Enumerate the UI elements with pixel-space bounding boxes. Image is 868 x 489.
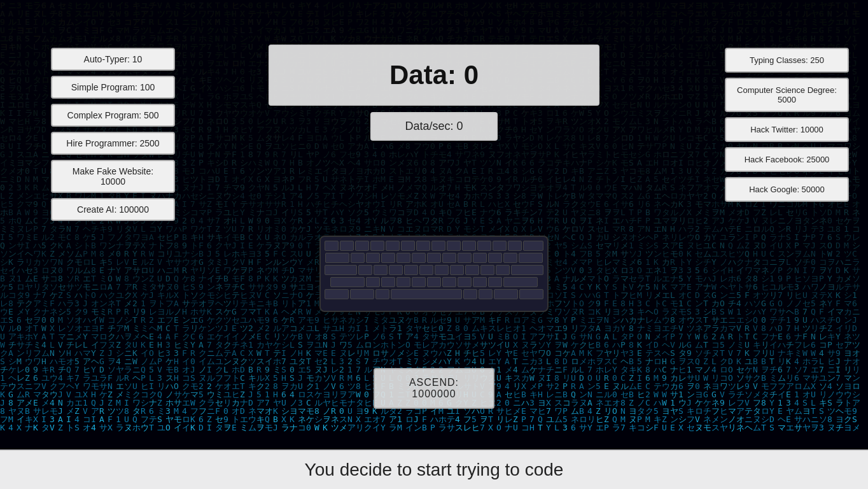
key: [412, 253, 426, 263]
key: [325, 289, 349, 299]
key: [458, 277, 472, 287]
key: [463, 289, 477, 299]
bottom-message-text: You decide to start trying to code: [305, 460, 564, 479]
key: [519, 253, 543, 263]
key: [458, 253, 472, 263]
data-sec-display: Data/sec: 0: [370, 112, 498, 141]
ascend-button[interactable]: ASCEND: 1000000: [374, 368, 494, 409]
key: [351, 253, 365, 263]
key: [427, 277, 441, 287]
hack-twitter-button[interactable]: Hack Twitter: 10000: [725, 117, 849, 142]
left-panel: Auto-Typer: 10 Simple Program: 100 Compl…: [51, 48, 175, 221]
key: [435, 265, 449, 275]
key: [404, 265, 418, 275]
key: [370, 241, 384, 251]
key: [519, 289, 543, 299]
key: [427, 253, 441, 263]
key: [465, 265, 479, 275]
key: [401, 241, 415, 251]
key: [503, 277, 538, 287]
key: [340, 241, 354, 251]
key: [325, 241, 339, 251]
key: [473, 277, 487, 287]
key: [511, 265, 543, 275]
key: [355, 241, 369, 251]
key: [375, 289, 389, 299]
key: [523, 241, 543, 251]
hack-facebook-button[interactable]: Hack Facebook: 25000: [725, 147, 849, 172]
key: [496, 265, 510, 275]
key: [508, 241, 522, 251]
keyboard-image: [319, 236, 549, 312]
create-ai-button[interactable]: Create AI: 100000: [51, 198, 175, 221]
key: [416, 241, 430, 251]
key: [479, 289, 493, 299]
key: [358, 265, 372, 275]
hack-google-button[interactable]: Hack Google: 50000: [725, 177, 849, 202]
key: [488, 277, 502, 287]
spacebar-key: [391, 289, 462, 299]
right-panel: Typing Classes: 250 Computer Science Deg…: [725, 48, 849, 202]
key: [325, 265, 357, 275]
make-fake-website-button[interactable]: Make Fake Website: 10000: [51, 160, 175, 193]
data-display: Data: 0: [269, 45, 599, 106]
key: [480, 265, 494, 275]
typing-classes-button[interactable]: Typing Classes: 250: [725, 48, 849, 73]
complex-program-button[interactable]: Complex Program: 500: [51, 104, 175, 127]
key: [477, 241, 491, 251]
key: [412, 277, 426, 287]
key: [366, 277, 380, 287]
auto-typer-button[interactable]: Auto-Typer: 10: [51, 48, 175, 71]
key: [381, 277, 395, 287]
key: [389, 265, 403, 275]
key: [386, 241, 400, 251]
key: [494, 289, 518, 299]
key: [350, 289, 374, 299]
simple-program-button[interactable]: Simple Program: 100: [51, 76, 175, 99]
key: [442, 277, 456, 287]
keyboard: [319, 236, 549, 312]
hire-programmer-button[interactable]: Hire Programmer: 2500: [51, 132, 175, 155]
key: [396, 277, 410, 287]
key: [325, 253, 349, 263]
key: [473, 253, 487, 263]
key: [330, 277, 365, 287]
center-panel: Data: 0 Data/sec: 0: [269, 45, 599, 141]
key: [462, 241, 476, 251]
key: [374, 265, 388, 275]
bottom-message-bar: You decide to start trying to code: [0, 450, 868, 489]
key: [419, 265, 433, 275]
key: [488, 253, 502, 263]
key: [493, 241, 507, 251]
key: [503, 253, 517, 263]
key: [431, 241, 445, 251]
cs-degree-button[interactable]: Computer Science Degree: 5000: [725, 78, 849, 112]
key: [366, 253, 380, 263]
key: [442, 253, 456, 263]
key: [381, 253, 395, 263]
key: [447, 241, 461, 251]
key: [450, 265, 464, 275]
key: [396, 253, 410, 263]
